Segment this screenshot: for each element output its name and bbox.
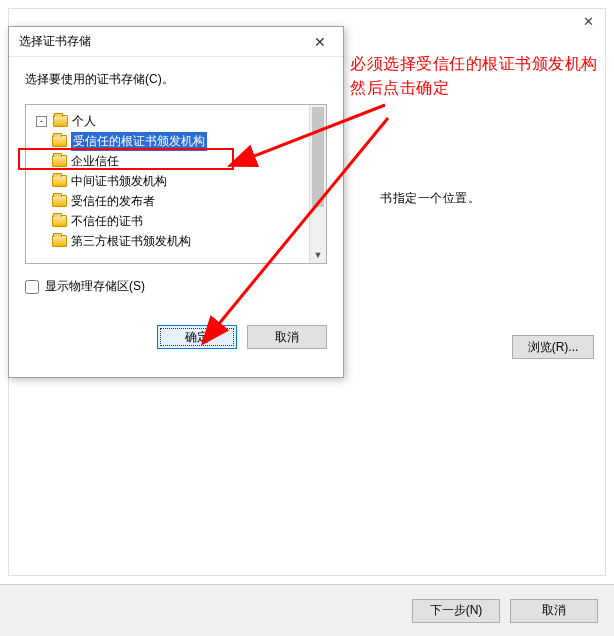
- ok-button-label: 确定: [185, 329, 209, 346]
- folder-icon: [52, 215, 67, 227]
- tree-item-label: 不信任的证书: [71, 213, 143, 230]
- folder-icon: [52, 195, 67, 207]
- tree-item-label: 中间证书颁发机构: [71, 173, 167, 190]
- folder-icon: [52, 155, 67, 167]
- wizard-instruction-text: 书指定一个位置。: [380, 190, 480, 207]
- show-physical-stores-label: 显示物理存储区(S): [45, 278, 145, 295]
- next-button-label: 下一步(N): [430, 602, 483, 619]
- dialog-body: 选择要使用的证书存储(C)。 - 个人 受信任的根证书颁发机构 企业信任: [9, 57, 343, 307]
- tree-item-label: 第三方根证书颁发机构: [71, 233, 191, 250]
- wizard-close-button[interactable]: ✕: [576, 12, 600, 30]
- show-physical-stores-input[interactable]: [25, 280, 39, 294]
- cert-store-tree[interactable]: - 个人 受信任的根证书颁发机构 企业信任 中间证书颁发机构: [25, 104, 327, 264]
- tree-item[interactable]: 第三方根证书颁发机构: [36, 231, 326, 251]
- folder-icon: [53, 115, 68, 127]
- annotation-line-2: 然后点击确定: [350, 76, 598, 100]
- browse-button[interactable]: 浏览(R)...: [512, 335, 594, 359]
- dialog-cancel-button-label: 取消: [275, 329, 299, 346]
- dialog-close-button[interactable]: ✕: [305, 31, 335, 53]
- wizard-cancel-button-label: 取消: [542, 602, 566, 619]
- scroll-down-icon[interactable]: ▼: [310, 246, 326, 263]
- tree-item-label: 受信任的发布者: [71, 193, 155, 210]
- wizard-cancel-button[interactable]: 取消: [510, 599, 598, 623]
- tree-item[interactable]: 企业信任: [36, 151, 326, 171]
- dialog-button-row: 确定 取消: [9, 307, 343, 363]
- folder-icon: [52, 175, 67, 187]
- tree-item-label: 企业信任: [71, 153, 119, 170]
- tree-root-item[interactable]: - 个人: [36, 111, 326, 131]
- folder-icon: [52, 135, 67, 147]
- tree-item[interactable]: 不信任的证书: [36, 211, 326, 231]
- tree-item[interactable]: 中间证书颁发机构: [36, 171, 326, 191]
- scroll-thumb[interactable]: [312, 107, 324, 207]
- dialog-cancel-button[interactable]: 取消: [247, 325, 327, 349]
- next-button[interactable]: 下一步(N): [412, 599, 500, 623]
- dialog-caption: 选择要使用的证书存储(C)。: [25, 71, 327, 88]
- annotation-line-1: 必须选择受信任的根证书颁发机构: [350, 52, 598, 76]
- tree-item-trusted-root[interactable]: 受信任的根证书颁发机构: [36, 131, 326, 151]
- wizard-footer: 下一步(N) 取消: [0, 584, 614, 636]
- tree-item[interactable]: 受信任的发布者: [36, 191, 326, 211]
- tree-item-label: 受信任的根证书颁发机构: [71, 132, 207, 151]
- dialog-titlebar[interactable]: 选择证书存储 ✕: [9, 27, 343, 57]
- tree-item-label: 个人: [72, 113, 96, 130]
- ok-button[interactable]: 确定: [157, 325, 237, 349]
- show-physical-stores-checkbox[interactable]: 显示物理存储区(S): [25, 278, 327, 295]
- annotation-text: 必须选择受信任的根证书颁发机构 然后点击确定: [350, 52, 598, 100]
- folder-icon: [52, 235, 67, 247]
- select-cert-store-dialog: 选择证书存储 ✕ 选择要使用的证书存储(C)。 - 个人 受信任的根证书颁发机构…: [8, 26, 344, 378]
- tree-scrollbar[interactable]: ▲ ▼: [309, 105, 326, 263]
- dialog-title: 选择证书存储: [19, 33, 91, 50]
- browse-button-label: 浏览(R)...: [528, 339, 579, 356]
- expand-toggle-icon[interactable]: -: [36, 116, 47, 127]
